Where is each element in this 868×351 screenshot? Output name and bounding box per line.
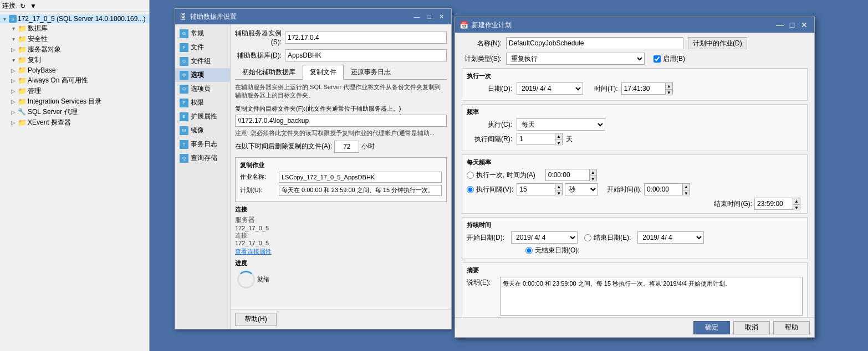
nav-item-query[interactable]: Q 查询存储: [175, 151, 230, 165]
daily-unit-select[interactable]: 秒 分钟 小时: [565, 183, 598, 195]
nav-trans-label: 事务日志: [191, 140, 217, 149]
nav-item-transaction[interactable]: T 事务日志: [175, 137, 230, 151]
once-time-input[interactable]: [621, 82, 666, 95]
nav-item-filegroups[interactable]: G 文件组: [175, 54, 230, 68]
sched-type-select[interactable]: 重复执行 执行一次 SQL Server 代理启动时: [506, 53, 645, 65]
aux-db-row: 辅助数据库(D):: [235, 49, 447, 61]
tab-copy[interactable]: 复制文件: [303, 65, 344, 80]
tree-item-sqlagent[interactable]: ▷ 🔧 SQL Server 代理: [0, 107, 149, 117]
folder-security-icon: 📁: [18, 35, 27, 44]
no-end-date-radio[interactable]: [525, 247, 533, 254]
schedule-close-btn[interactable]: ✕: [799, 19, 810, 30]
sched-help-btn[interactable]: 帮助: [773, 321, 810, 334]
freq-interval-input[interactable]: [517, 133, 555, 145]
tree-label-xevent: XEvent 探查器: [28, 118, 71, 127]
nav-item-files[interactable]: F 文件: [175, 40, 230, 54]
tree-label-serverobj: 服务器对象: [28, 45, 61, 54]
schedule-maximize-btn[interactable]: □: [787, 19, 798, 30]
tree-root[interactable]: ▾ S 172_17_0_5 (SQL Server 14.0.1000.169…: [0, 14, 149, 23]
connect-value: 172_17_0_5: [235, 240, 447, 246]
schedule-minimize-btn[interactable]: —: [774, 19, 785, 30]
aux-maximize-btn[interactable]: □: [423, 11, 435, 22]
refresh-btn[interactable]: ↻: [20, 2, 25, 10]
folder-integration-icon: 📁: [18, 97, 27, 106]
once-freq-spinner[interactable]: ▲ ▼: [589, 169, 597, 181]
folder-mgmt-icon: 📁: [18, 87, 27, 96]
connect-btn[interactable]: 连接: [2, 1, 16, 11]
tree-item-db[interactable]: ▾ 📁 数据库: [0, 23, 149, 34]
once-date-select[interactable]: 2019/ 4/ 4: [517, 82, 583, 95]
freq-execute-label: 执行(C):: [467, 120, 517, 130]
nav-ext-label: 扩展属性: [191, 112, 217, 121]
daily-freq-section: 每天频率 执行一次, 时间为(A) ▲ ▼ 执行间隔(V):: [462, 154, 808, 214]
sched-name-label: 名称(N):: [462, 39, 506, 48]
daily-interval-spinner[interactable]: ▲ ▼: [555, 183, 563, 195]
nav-item-permissions[interactable]: P 权限: [175, 96, 230, 110]
end-time-spinner[interactable]: ▲ ▼: [793, 198, 800, 210]
start-date-select[interactable]: 2019/ 4/ 4: [511, 231, 578, 244]
nav-query-icon: Q: [180, 154, 188, 163]
job-name-label: 作业名称:: [240, 173, 279, 181]
nav-item-extended[interactable]: E 扩展属性: [175, 110, 230, 123]
tree-item-security[interactable]: ▾ 📁 安全性: [0, 34, 149, 44]
tree-item-alwayson[interactable]: ▷ 📁 Always On 高可用性: [0, 75, 149, 86]
sched-cancel-btn[interactable]: 取消: [733, 321, 770, 334]
start-time-label: 开始时间(I):: [607, 185, 642, 194]
server-label: 服务器: [235, 215, 447, 225]
start-time-spinner[interactable]: ▲ ▼: [682, 183, 690, 195]
server-instance-input[interactable]: [285, 32, 447, 44]
end-time-row: 结束时间(G): ▲ ▼: [467, 198, 800, 210]
once-freq-time-input[interactable]: [545, 169, 590, 181]
dest-folder-input[interactable]: [235, 115, 447, 127]
freq-interval-unit: 天: [566, 135, 573, 144]
end-date-radio[interactable]: [584, 234, 591, 241]
aux-help-btn[interactable]: 帮助(H): [235, 313, 277, 326]
nav-options-label: 选项: [191, 70, 204, 80]
summary-textarea[interactable]: 每天在 0:00:00 和 23:59:00 之间、每 15 秒执行一次。将从 …: [500, 277, 803, 316]
aux-db-settings-dialog: 🗄 辅助数据库设置 — □ ✕ G 常规 F 文件 G 文件组 O 选项: [175, 8, 452, 329]
tree-item-xevent[interactable]: ▷ 📁 XEvent 探查器: [0, 117, 149, 128]
sqlagent-icon: 🔧: [18, 108, 27, 117]
once-time-spinner[interactable]: ▲ ▼: [665, 82, 673, 95]
duration-row: 开始日期(D): 2019/ 4/ 4 结束日期(E): 2019/ 4/ 4: [467, 231, 803, 244]
daily-interval-input[interactable]: [517, 183, 555, 195]
view-conn-link[interactable]: 查看连接属性: [235, 247, 272, 256]
aux-title-text: 辅助数据库设置: [190, 12, 410, 22]
tree-item-integration[interactable]: ▷ 📁 Integration Services 目录: [0, 96, 149, 107]
sched-name-input[interactable]: [506, 37, 683, 49]
duration-title: 持续时间: [467, 221, 803, 229]
interval-radio[interactable]: [467, 186, 474, 193]
schedule-body: 名称(N): 计划中的作业(D) 计划类型(S): 重复执行 执行一次 SQL …: [455, 33, 814, 327]
tree-item-polybase[interactable]: ▷ 📁 PolyBase: [0, 65, 149, 75]
tree-item-server-obj[interactable]: ▷ 📁 服务器对象: [0, 44, 149, 55]
tab-restore[interactable]: 还原事务日志: [344, 65, 398, 79]
aux-minimize-btn[interactable]: —: [411, 11, 422, 22]
nav-ext-icon: E: [180, 112, 188, 121]
once-radio[interactable]: [467, 172, 474, 179]
tree-item-replication[interactable]: ▾ 📁 复制: [0, 55, 149, 65]
nav-item-options2[interactable]: O 选项页: [175, 82, 230, 96]
end-date-select[interactable]: 2019/ 4/ 4: [637, 231, 704, 244]
tree-item-mgmt[interactable]: ▷ 📁 管理: [0, 86, 149, 96]
sched-ok-btn[interactable]: 确定: [693, 321, 730, 334]
filter-btn[interactable]: ▼: [30, 2, 37, 10]
folder-xevent-icon: 📁: [18, 118, 27, 127]
tab-init[interactable]: 初始化辅助数据库: [235, 65, 303, 79]
sched-jobs-btn[interactable]: 计划中的作业(D): [688, 37, 747, 49]
freq-execute-select[interactable]: 每天 每周 每月: [517, 118, 605, 131]
schedule-input[interactable]: [279, 185, 442, 196]
nav-item-options[interactable]: O 选项: [175, 68, 230, 82]
summary-row: 说明(E): 每天在 0:00:00 和 23:59:00 之间、每 15 秒执…: [467, 277, 803, 316]
aux-title-icon: 🗄: [180, 13, 187, 21]
job-name-input[interactable]: [279, 172, 442, 183]
end-time-input[interactable]: [754, 198, 793, 210]
nav-trans-icon: T: [180, 140, 188, 149]
aux-close-btn[interactable]: ✕: [436, 11, 447, 22]
nav-item-mirror[interactable]: M 镜像: [175, 123, 230, 137]
aux-db-input[interactable]: [285, 49, 447, 61]
enabled-checkbox[interactable]: [653, 55, 661, 63]
nav-item-general[interactable]: G 常规: [175, 27, 230, 40]
freq-interval-spinner[interactable]: ▲ ▼: [555, 133, 563, 145]
start-time-input[interactable]: [644, 183, 683, 195]
delete-value-input[interactable]: [334, 141, 359, 153]
